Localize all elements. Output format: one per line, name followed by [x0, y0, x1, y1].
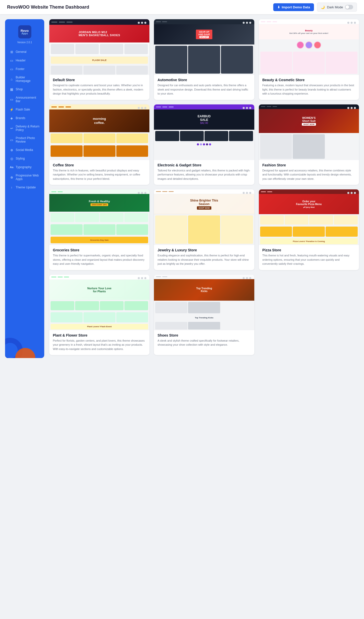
dot2 [351, 107, 353, 109]
mock-prods [154, 130, 254, 142]
dot1 [347, 192, 349, 194]
mock-cats [49, 212, 149, 223]
mock-nav [154, 19, 254, 24]
theme-name-beauty: Beauty & Cosmetic Store [262, 78, 355, 82]
mock-hero: Top TrendingKicks [154, 279, 254, 301]
dot3 [249, 107, 251, 109]
theme-card-beauty: BeautyGet 30% off your cart on your firs… [259, 19, 359, 100]
sidebar-item-builder[interactable]: ⌂ Builder Homepage [7, 74, 42, 85]
sidebar-item-pwa[interactable]: ⊕ Progressive Web Apps [7, 172, 42, 183]
theme-desc-pizza: This theme is hot and fresh, featuring m… [262, 253, 355, 266]
dot1 [138, 22, 140, 24]
theme-name-fashion: Fashion Store [262, 163, 355, 167]
theme-desc-plant: Perfect for florists, garden centers, an… [53, 339, 146, 351]
dot1 [138, 277, 140, 279]
preview-dots-auto [243, 22, 251, 24]
theme-desc-jewelry: Exuding elegance and sophistication, thi… [157, 253, 251, 266]
mock-prods [154, 301, 254, 315]
shop-icon: ▦ [10, 87, 14, 91]
theme-card-fashion: WOMEN'SShort SuitSHOP NOW Fashion Store … [259, 104, 359, 185]
mock-hero: morningcoffee. [49, 109, 149, 132]
mock-event: Plant Lovers' Flash Event [51, 324, 148, 329]
mock-nav [259, 19, 359, 24]
dot1 [243, 277, 245, 279]
import-demo-button[interactable]: ⬇ Import Demo Data [273, 3, 314, 11]
theme-preview-plant: Nurture Your Lovefor Plants Plant Lovers… [49, 275, 149, 330]
preview-dots-pizza [347, 192, 356, 194]
sidebar-item-footer[interactable]: ▭ Footer [7, 65, 42, 73]
sidebar-item-brands[interactable]: ◈ Brands [7, 114, 42, 122]
dot3 [144, 192, 146, 194]
mock-hero: Nurture Your Lovefor Plants [49, 280, 149, 300]
theme-card-default: JORDAN MELO M12MEN'S BASKETBALL SHOES FL… [49, 19, 149, 100]
theme-preview-beauty: BeautyGet 30% off your cart on your firs… [259, 19, 359, 75]
footer-icon: ▭ [10, 67, 14, 71]
theme-preview-shoes: Top TrendingKicks Top Trending Kicks [154, 275, 254, 330]
theme-desc-groceries: This theme is perfect for supermarkets, … [53, 253, 146, 266]
theme-preview-fashion: WOMEN'SShort SuitSHOP NOW [259, 104, 359, 160]
sidebar-item-delivery[interactable]: ↩ Delivery & Return Policy [7, 123, 42, 134]
dot3 [354, 192, 356, 194]
theme-preview-electronic: EARBUDSALE $42.40 [154, 104, 254, 160]
sidebar-item-general[interactable]: ⊞ General [7, 48, 42, 56]
darkmode-toggle[interactable] [345, 5, 353, 9]
mock-grid [49, 66, 149, 75]
sidebar: Revo Apps Version 2.0.1 ⊞ General ▭ Head… [5, 19, 44, 358]
sidebar-item-socialmedia[interactable]: ⊕ Social Media [7, 146, 42, 154]
sidebar-item-styling[interactable]: ◎ Styling [7, 154, 42, 163]
theme-card-coffee: morningcoffee. Coffee Store [49, 104, 149, 185]
social-icon: ⊕ [10, 148, 14, 152]
mock-hero: WOMEN'SShort SuitSHOP NOW [259, 109, 359, 133]
dot3 [144, 107, 146, 109]
mockup-default: JORDAN MELO M12MEN'S BASKETBALL SHOES FL… [49, 19, 149, 75]
sidebar-item-flashsale[interactable]: ⚡ Flash Sale [7, 105, 42, 114]
theme-card-pizza: Order yourFavourite Pizza Menu🌶 Spicy Me… [259, 189, 359, 270]
theme-body-pizza: Pizza Store This theme is hot and fresh,… [259, 245, 359, 270]
theme-grid: JORDAN MELO M12MEN'S BASKETBALL SHOES FL… [49, 19, 359, 355]
theme-body-shoes: Shoes Store A sleek and stylish theme cr… [154, 330, 254, 351]
sidebar-item-photoreview[interactable]: ▭ Product Photo Review [7, 134, 42, 145]
dot1 [138, 192, 140, 194]
theme-card-plant: Nurture Your Lovefor Plants Plant Lovers… [49, 275, 149, 355]
mockup-jewelry: Shine Brighter ThisSeasonSHOP NOW [154, 189, 254, 245]
sidebar-item-header[interactable]: ▭ Header [7, 56, 42, 64]
top-header: RevoWOO Website Theme Dashboard ⬇ Import… [0, 0, 364, 14]
mock-row2 [154, 321, 254, 330]
preview-dots-shoes [243, 277, 251, 279]
mock-prods [154, 214, 254, 245]
theme-card-automotive: GEAR UPAND SAVE50% OFF Automotive Store … [154, 19, 254, 100]
sidebar-item-announcement[interactable]: ▭ Announcement Bar [7, 94, 42, 105]
theme-card-electronic: EARBUDSALE $42.40 [154, 104, 254, 185]
theme-desc-shoes: A sleek and stylish theme crafted specif… [157, 339, 251, 347]
pwa-icon: ⊕ [10, 175, 14, 179]
mock-cats [259, 214, 359, 226]
theme-desc-coffee: This theme is rich in features, with bea… [53, 168, 146, 181]
mock-coming: Pizza Lovers' Paradise is Coming [260, 238, 358, 244]
theme-body-beauty: Beauty & Cosmetic Store Featuring a clea… [259, 75, 359, 100]
darkmode-button[interactable]: 🌙 Dark Mode [317, 3, 357, 12]
mock-nav [259, 189, 359, 194]
theme-card-shoes: Top TrendingKicks Top Trending Kicks [154, 275, 254, 355]
logo-apps: Apps [21, 32, 29, 35]
mock-cats [49, 42, 149, 56]
mockup-coffee: morningcoffee. [49, 104, 149, 160]
theme-preview-coffee: morningcoffee. [49, 104, 149, 160]
logo-box: Revo Apps [18, 25, 31, 38]
mock-prods [49, 223, 149, 236]
delivery-icon: ↩ [10, 126, 14, 130]
theme-desc-beauty: Featuring a clean, modern layout that sh… [262, 83, 355, 96]
mock-sale: Groceries Day Sale [51, 237, 148, 243]
sidebar-item-themeupdate[interactable]: ↑ Theme Update [7, 183, 42, 191]
sidebar-item-shop[interactable]: ▦ Shop [7, 85, 42, 93]
dot3 [144, 22, 146, 24]
header-actions: ⬇ Import Demo Data 🌙 Dark Mode [273, 3, 357, 12]
sidebar-item-typography[interactable]: Aa Typography [7, 163, 42, 171]
theme-name-coffee: Coffee Store [53, 163, 146, 167]
mockup-pizza: Order yourFavourite Pizza Menu🌶 Spicy Me… [259, 189, 359, 245]
theme-card-jewelry: Shine Brighter ThisSeasonSHOP NOW Jewelr… [154, 189, 254, 270]
preview-dots-default [138, 22, 146, 24]
import-icon: ⬇ [277, 5, 280, 9]
theme-body-coffee: Coffee Store This theme is rich in featu… [49, 160, 149, 185]
mockup-grocery: Fresh & HealthyDISCOUNT 25% Groceries Da… [49, 189, 149, 245]
preview-dots-coffee [138, 107, 146, 109]
